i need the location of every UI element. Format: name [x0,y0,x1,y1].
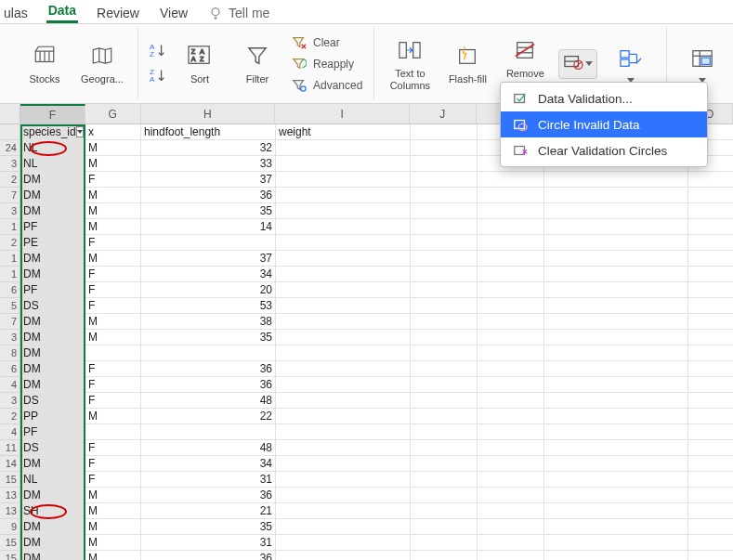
cell-x[interactable]: M [85,156,141,172]
cell-x[interactable]: F [85,377,141,393]
cell-species-id[interactable]: NL [20,140,85,156]
cell-x[interactable]: F [85,361,141,377]
tab-review[interactable]: Review [95,4,141,23]
cell[interactable] [688,361,733,377]
row-header[interactable]: 15 [0,472,20,488]
cell-hindfoot[interactable]: 32 [141,140,276,156]
cell[interactable] [688,203,733,219]
header-weight[interactable]: weight [276,124,411,140]
row-header[interactable]: 5 [0,298,20,314]
cell-hindfoot[interactable]: 36 [141,361,276,377]
row-header[interactable]: 3 [0,156,20,172]
cell-hindfoot[interactable]: 37 [141,172,276,188]
sort-asc-icon[interactable]: AZ [150,42,166,61]
cell[interactable] [411,330,478,345]
cell[interactable] [478,314,544,330]
filter-dropdown-icon[interactable] [76,126,84,137]
cell-species-id[interactable]: PF [20,219,85,235]
row-header[interactable]: 4 [0,377,20,393]
header-hindfoot[interactable]: hindfoot_length [141,124,276,140]
cell[interactable] [478,361,544,377]
cell[interactable] [544,314,688,330]
row-header[interactable]: 3 [0,393,20,409]
select-all-corner[interactable] [0,104,20,124]
cell-hindfoot[interactable]: 36 [141,488,276,503]
cell-weight[interactable] [276,519,411,535]
cell[interactable] [411,203,478,219]
row-header[interactable]: 6 [0,282,20,298]
cell-weight[interactable] [276,235,411,251]
cell-x[interactable]: M [85,251,141,267]
cell[interactable] [411,267,478,282]
cell-weight[interactable] [276,140,411,156]
cell[interactable] [411,409,478,424]
cell-weight[interactable] [276,472,411,488]
cell-species-id[interactable]: DM [20,377,85,393]
cell[interactable] [478,424,544,440]
cell-weight[interactable] [276,314,411,330]
cell-x[interactable]: F [85,172,141,188]
cell-x[interactable]: M [85,314,141,330]
cell[interactable] [411,361,478,377]
cell[interactable] [544,172,688,188]
cell-weight[interactable] [276,409,411,424]
cell[interactable] [478,377,544,393]
cell[interactable] [544,345,688,361]
cell-x[interactable]: M [85,219,141,235]
cell-species-id[interactable]: PF [20,282,85,298]
menu-item-clear-circles[interactable]: Clear Validation Circles [501,137,707,163]
cell-species-id[interactable]: DS [20,298,85,314]
cell[interactable] [478,203,544,219]
cell-hindfoot[interactable]: 48 [141,393,276,409]
cell[interactable] [688,488,733,503]
geography-button[interactable]: Geogra... [78,42,126,85]
cell[interactable] [411,345,478,361]
cell[interactable] [411,519,478,535]
cell-hindfoot[interactable]: 34 [141,267,276,282]
row-header[interactable]: 1 [0,251,20,267]
cell-species-id[interactable]: DM [20,203,85,219]
cell-x[interactable]: M [85,535,141,551]
cell[interactable] [688,235,733,251]
cell[interactable] [688,219,733,235]
cell[interactable] [544,519,688,535]
cell-hindfoot[interactable]: 36 [141,551,276,560]
advanced-button[interactable]: Advanced [291,77,362,94]
cell-hindfoot[interactable]: 36 [141,377,276,393]
cell-hindfoot[interactable]: 33 [141,156,276,172]
row-header[interactable]: 11 [0,440,20,456]
cell-hindfoot[interactable] [141,235,276,251]
cell[interactable] [411,172,478,188]
cell-hindfoot[interactable]: 37 [141,251,276,267]
cell[interactable] [544,235,688,251]
row-header[interactable]: 6 [0,361,20,377]
row-header[interactable]: 7 [0,314,20,330]
cell[interactable] [544,456,688,472]
cell-weight[interactable] [276,203,411,219]
cell-hindfoot[interactable]: 38 [141,314,276,330]
cell[interactable] [544,251,688,267]
cell[interactable] [544,409,688,424]
cell-species-id[interactable]: SH [20,503,85,519]
cell[interactable] [544,330,688,345]
text-to-columns-button[interactable]: Text to Columns [386,36,434,90]
cell[interactable] [411,235,478,251]
row-header[interactable]: 2 [0,172,20,188]
cell-x[interactable]: F [85,440,141,456]
cell[interactable] [544,551,688,560]
cell[interactable] [411,298,478,314]
cell-species-id[interactable]: DS [20,393,85,409]
cell-x[interactable]: M [85,551,141,560]
cell-weight[interactable] [276,456,411,472]
tab-data[interactable]: Data [46,1,78,23]
cell[interactable] [478,172,544,188]
cell[interactable] [688,551,733,560]
cell[interactable] [478,535,544,551]
cell[interactable] [688,345,733,361]
cell-species-id[interactable]: DM [20,172,85,188]
cell[interactable] [411,472,478,488]
cell[interactable] [411,440,478,456]
cell[interactable] [411,124,478,140]
cell[interactable] [411,314,478,330]
cell-weight[interactable] [276,551,411,560]
